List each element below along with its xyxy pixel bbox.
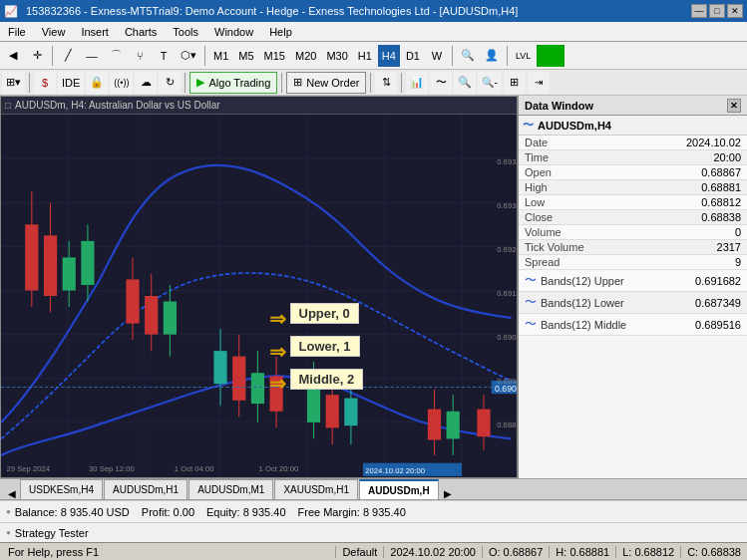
- row-spread-label: Spread: [519, 255, 636, 270]
- indicator-wave-icon-1: 〜: [525, 272, 537, 289]
- chart-area[interactable]: □ AUDUSDm, H4: Australian Dollar vs US D…: [0, 96, 518, 478]
- table-row: Tick Volume 2317: [519, 240, 747, 255]
- dollar-btn[interactable]: $: [34, 72, 56, 94]
- menu-charts[interactable]: Charts: [117, 22, 165, 41]
- tab-usdkesm-h4[interactable]: USDKESm,H4: [20, 479, 103, 499]
- annotation-upper: Upper, 0: [290, 303, 359, 324]
- row-high-label: High: [519, 180, 636, 195]
- chart-symbol-icon: □: [5, 100, 11, 111]
- zoom-out-btn[interactable]: 🔍-: [478, 72, 501, 94]
- datetime-section: 2024.10.02 20:00: [383, 546, 482, 558]
- tf-m30[interactable]: M30: [322, 45, 351, 67]
- signal-btn[interactable]: ((•)): [110, 72, 133, 94]
- chart-header: □ AUDUSDm, H4: Australian Dollar vs US D…: [1, 97, 517, 115]
- row-volume-label: Volume: [519, 225, 636, 240]
- algo-trading-btn[interactable]: ▶ Algo Trading: [189, 72, 277, 94]
- indicator-lower-label: Bands(12) Lower: [541, 297, 695, 309]
- new-order-btn[interactable]: ⊞ New Order: [286, 72, 366, 94]
- row-tickvol-label: Tick Volume: [519, 240, 636, 255]
- refresh-btn[interactable]: ↻: [159, 72, 181, 94]
- bottom-status-bar: For Help, press F1 Default 2024.10.02 20…: [0, 542, 747, 560]
- bullet-icon-1: ●: [6, 507, 11, 516]
- account-btn[interactable]: 👤: [481, 45, 503, 67]
- scroll-btn[interactable]: ⇥: [528, 72, 550, 94]
- crosshair-btn[interactable]: ✛: [26, 45, 48, 67]
- row-close-value: 0.68838: [636, 210, 747, 225]
- close-section: C: 0.68838: [680, 546, 747, 558]
- svg-rect-37: [307, 384, 320, 422]
- data-window-close-btn[interactable]: ✕: [727, 99, 741, 113]
- symbol-label: AUDUSDm,H4: [538, 120, 611, 132]
- indicator-middle-value: 0.689516: [695, 319, 741, 331]
- data-window-header: Data Window ✕: [519, 96, 747, 116]
- title-bar-controls: — □ ✕: [691, 4, 743, 18]
- menu-window[interactable]: Window: [206, 22, 261, 41]
- green-indicator[interactable]: [537, 45, 564, 67]
- fork-btn[interactable]: ⑂: [129, 45, 151, 67]
- row-volume-value: 0: [636, 225, 747, 240]
- cloud-btn[interactable]: ☁: [135, 72, 157, 94]
- row-high-value: 0.68881: [636, 180, 747, 195]
- close-btn[interactable]: ✕: [727, 4, 743, 18]
- tf-m5[interactable]: M5: [234, 45, 257, 67]
- menu-file[interactable]: File: [0, 22, 34, 41]
- lvl-btn[interactable]: LVL: [512, 45, 535, 67]
- tf-m20[interactable]: M20: [291, 45, 320, 67]
- transfer-btn[interactable]: ⇅: [375, 72, 397, 94]
- tf-h4[interactable]: H4: [378, 45, 400, 67]
- tf-m1[interactable]: M1: [209, 45, 232, 67]
- line-btn[interactable]: ╱: [57, 45, 79, 67]
- search-btn[interactable]: 🔍: [457, 45, 479, 67]
- data-window: Data Window ✕ 〜 AUDUSDm,H4 Date 2024.10.…: [518, 96, 747, 478]
- zoom-in-btn[interactable]: 🔍: [454, 72, 476, 94]
- row-close-label: Close: [519, 210, 636, 225]
- ide-btn[interactable]: IDE: [58, 72, 84, 94]
- svg-text:0.68835: 0.68835: [497, 420, 517, 429]
- svg-rect-39: [326, 395, 339, 427]
- play-icon: ▶: [196, 76, 204, 89]
- svg-text:30 Sep 12:00: 30 Sep 12:00: [89, 464, 135, 473]
- tf-h1[interactable]: H1: [354, 45, 376, 67]
- tab-audusdm-m1[interactable]: AUDUSDm,M1: [188, 479, 273, 499]
- menu-tools[interactable]: Tools: [165, 22, 206, 41]
- svg-text:0.69395: 0.69395: [497, 157, 517, 166]
- separator3: [452, 46, 453, 66]
- separator1: [52, 46, 53, 66]
- restore-btn[interactable]: □: [709, 4, 725, 18]
- row-date-label: Date: [519, 136, 636, 150]
- shapes-btn[interactable]: ⬡▾: [177, 45, 200, 67]
- svg-text:0.69119: 0.69119: [497, 289, 517, 298]
- curve-btn[interactable]: ⌒: [105, 45, 127, 67]
- left-arrow-icon[interactable]: ◀: [4, 488, 20, 499]
- free-margin-label: Free Margin: 8 935.40: [298, 506, 406, 518]
- tf-w[interactable]: W: [426, 45, 448, 67]
- arrow-left-btn[interactable]: ◀: [2, 45, 24, 67]
- row-time-label: Time: [519, 150, 636, 165]
- separator4: [507, 46, 508, 66]
- tab-audusdm-h1[interactable]: AUDUSDm,H1: [104, 479, 187, 499]
- text-btn[interactable]: T: [153, 45, 175, 67]
- menu-insert[interactable]: Insert: [73, 22, 117, 41]
- right-arrow-icon[interactable]: ▶: [440, 488, 456, 499]
- bar-chart-btn[interactable]: 📊: [406, 72, 428, 94]
- menu-help[interactable]: Help: [261, 22, 300, 41]
- minimize-btn[interactable]: —: [691, 4, 707, 18]
- tab-audusdm-h-active[interactable]: AUDUSDm,H: [359, 479, 439, 499]
- chart-canvas[interactable]: 0.69093 29 Sep 2024 30 Sep 12:00 1 Oct 0…: [1, 115, 517, 477]
- tf-d1[interactable]: D1: [402, 45, 424, 67]
- row-spread-value: 9: [636, 255, 747, 270]
- lock-btn[interactable]: 🔒: [86, 72, 108, 94]
- wave-btn[interactable]: 〜: [430, 72, 452, 94]
- tab-xauusdm-h1[interactable]: XAUUSDm,H1: [274, 479, 358, 499]
- table-row: Volume 0: [519, 225, 747, 240]
- grid-btn[interactable]: ⊞: [504, 72, 526, 94]
- high-section: H: 0.68881: [549, 546, 615, 558]
- tf-m15[interactable]: M15: [260, 45, 289, 67]
- row-open-label: Open: [519, 165, 636, 180]
- hline-btn[interactable]: —: [81, 45, 103, 67]
- svg-rect-29: [213, 351, 226, 384]
- tab-bar: ◀ USDKESm,H4 AUDUSDm,H1 AUDUSDm,M1 XAUUS…: [0, 478, 747, 500]
- chart-type-selector[interactable]: ⊞▾: [2, 72, 25, 94]
- svg-text:0.69205: 0.69205: [497, 245, 517, 254]
- menu-view[interactable]: View: [34, 22, 74, 41]
